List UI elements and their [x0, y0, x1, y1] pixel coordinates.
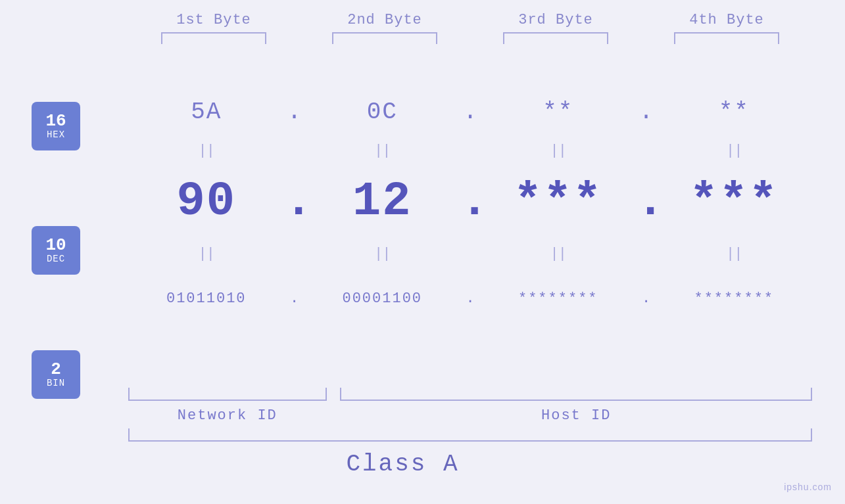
- label-boxes: 16 HEX 10 DEC 2 BIN: [32, 102, 80, 399]
- rows-area: 5A . 0C . ** . ** || || || || 90 . 12 . …: [128, 66, 812, 321]
- nh-labels: Network ID Host ID: [128, 407, 812, 424]
- host-id-label: Host ID: [340, 407, 812, 424]
- bin-row: 01011010 . 00001100 . ******** . *******…: [128, 275, 812, 321]
- dot-sep-dec-3: .: [637, 175, 656, 229]
- dot-sep-hex-1: .: [285, 99, 304, 126]
- equals-row-1: || || || ||: [128, 139, 812, 162]
- byte-header-1: 1st Byte: [176, 0, 251, 28]
- dot-sep-hex-3: .: [637, 99, 656, 126]
- equals-1-3: ||: [480, 143, 637, 159]
- byte-col-4: 4th Byte: [641, 0, 812, 44]
- dec-val-1: 90: [128, 175, 285, 229]
- hex-val-2: 0C: [304, 99, 461, 126]
- byte-header-4: 4th Byte: [689, 0, 764, 28]
- network-bracket: [128, 388, 327, 401]
- dec-val-3: ***: [480, 175, 637, 229]
- dot-sep-hex-2: .: [460, 99, 480, 126]
- byte-bracket-2: [332, 32, 437, 44]
- bin-label-base: BIN: [47, 378, 65, 388]
- host-bracket: [340, 388, 812, 401]
- class-label-area: Class A: [0, 451, 806, 478]
- byte-bracket-1: [161, 32, 266, 44]
- equals-1-2: ||: [304, 143, 461, 159]
- bin-val-2: 00001100: [304, 290, 461, 307]
- full-bottom-bracket: [128, 428, 812, 442]
- hex-label-num: 16: [45, 112, 66, 129]
- byte-col-1: 1st Byte: [128, 0, 299, 44]
- hex-val-4: **: [656, 99, 813, 126]
- class-label: Class A: [346, 451, 459, 478]
- equals-2-4: ||: [656, 246, 813, 262]
- nh-bracket-area: [128, 388, 812, 401]
- byte-header-2: 2nd Byte: [347, 0, 422, 28]
- dec-row: 90 . 12 . *** . ***: [128, 169, 812, 235]
- byte-col-2: 2nd Byte: [299, 0, 470, 44]
- bin-val-3: ********: [480, 290, 637, 307]
- dot-sep-bin-1: .: [285, 290, 304, 307]
- main-container: 1st Byte 2nd Byte 3rd Byte 4th Byte 16 H…: [0, 0, 845, 504]
- byte-header-3: 3rd Byte: [518, 0, 593, 28]
- byte-headers: 1st Byte 2nd Byte 3rd Byte 4th Byte: [128, 0, 812, 44]
- dec-label-box: 10 DEC: [32, 226, 80, 275]
- bin-val-4: ********: [656, 290, 813, 307]
- dec-val-4: ***: [656, 175, 813, 229]
- byte-col-3: 3rd Byte: [470, 0, 641, 44]
- equals-1-1: ||: [128, 143, 285, 159]
- equals-2-2: ||: [304, 246, 461, 262]
- equals-2-1: ||: [128, 246, 285, 262]
- byte-bracket-3: [503, 32, 608, 44]
- hex-label-box: 16 HEX: [32, 102, 80, 150]
- hex-row: 5A . 0C . ** . **: [128, 85, 812, 138]
- equals-row-2: || || || ||: [128, 242, 812, 265]
- bin-label-num: 2: [51, 361, 61, 378]
- dec-label-num: 10: [45, 237, 66, 254]
- equals-2-3: ||: [480, 246, 637, 262]
- dot-sep-bin-3: .: [637, 290, 656, 307]
- hex-val-3: **: [480, 99, 637, 126]
- network-id-label: Network ID: [128, 407, 327, 424]
- equals-1-4: ||: [656, 143, 813, 159]
- dec-label-base: DEC: [47, 254, 65, 264]
- byte-bracket-4: [674, 32, 779, 44]
- dot-sep-bin-2: .: [460, 290, 480, 307]
- hex-val-1: 5A: [128, 99, 285, 126]
- dot-sep-dec-2: .: [460, 175, 480, 229]
- bin-label-box: 2 BIN: [32, 350, 80, 399]
- dec-val-2: 12: [304, 175, 461, 229]
- dot-sep-dec-1: .: [285, 175, 304, 229]
- bin-val-1: 01011010: [128, 290, 285, 307]
- watermark: ipshu.com: [784, 482, 832, 492]
- hex-label-base: HEX: [47, 129, 65, 140]
